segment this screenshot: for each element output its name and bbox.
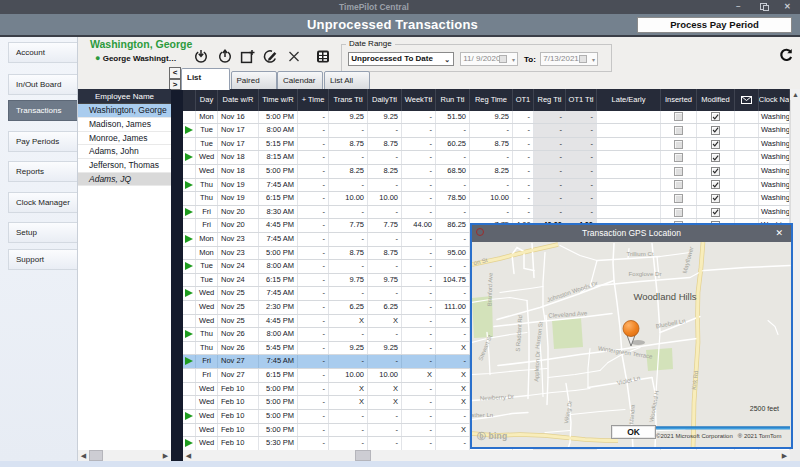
svg-text:ⓑ bing: ⓑ bing <box>477 430 508 440</box>
svg-text:2500 feet: 2500 feet <box>750 405 779 412</box>
svg-text:Woodland Hills: Woodland Hills <box>633 290 696 301</box>
svg-text:©2021 Microsoft Corporation: ©2021 Microsoft Corporation ® 2021 TomTo… <box>656 432 781 438</box>
svg-text:Foxglove Dr: Foxglove Dr <box>629 269 662 276</box>
svg-text:Branford Ave: Branford Ave <box>486 272 493 306</box>
svg-text:ather Ln: ather Ln <box>472 410 493 417</box>
svg-text:Trillium Ct: Trillium Ct <box>626 249 653 256</box>
